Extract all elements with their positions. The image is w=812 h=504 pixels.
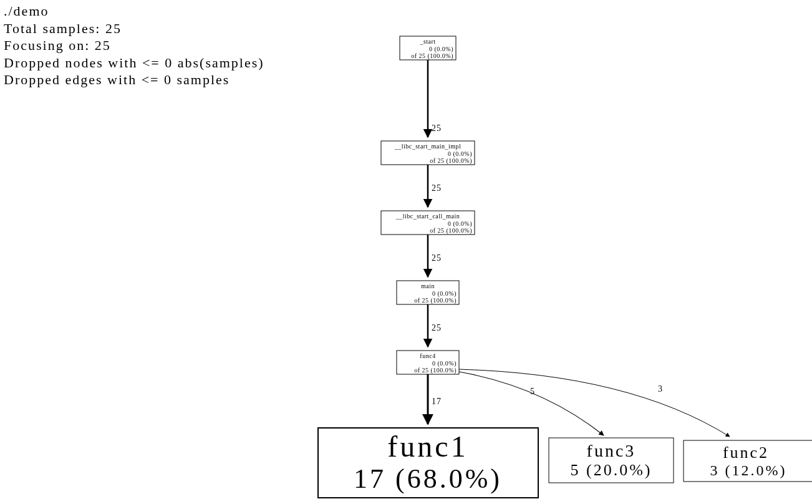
node-func3-stat: 5 (20.0%) bbox=[571, 461, 652, 479]
edge-label-6: 5 bbox=[530, 387, 535, 396]
node-func2-stat: 3 (12.0%) bbox=[710, 462, 787, 478]
edge-func4-func3 bbox=[459, 372, 604, 435]
node-main-name: main bbox=[421, 283, 435, 289]
edge-func4-func2 bbox=[459, 369, 730, 437]
edge-label-7: 3 bbox=[658, 384, 663, 394]
node-func4-name: func4 bbox=[420, 352, 435, 359]
call-graph: _start 0 (0.0%) of 25 (100.0%) 25 __libc… bbox=[0, 0, 812, 504]
node-func4: func4 0 (0.0%) of 25 (100.0%) bbox=[397, 351, 459, 374]
node-func3-name: func3 bbox=[587, 441, 636, 460]
edge-label-5: 17 bbox=[432, 397, 442, 406]
node-libc1-name: __libc_start_main_impl bbox=[394, 143, 462, 150]
edge-label-4: 25 bbox=[432, 323, 442, 332]
node-func4-cum: of 25 (100.0%) bbox=[414, 367, 457, 374]
node-start: _start 0 (0.0%) of 25 (100.0%) bbox=[400, 36, 456, 60]
node-libc2-name: __libc_start_call_main bbox=[395, 213, 460, 220]
node-main-cum: of 25 (100.0%) bbox=[414, 297, 457, 304]
node-func3: func3 5 (20.0%) bbox=[549, 438, 674, 483]
node-main: main 0 (0.0%) of 25 (100.0%) bbox=[397, 281, 459, 304]
node-start-cum: of 25 (100.0%) bbox=[411, 52, 453, 60]
node-libc1-cum: of 25 (100.0%) bbox=[430, 157, 472, 165]
node-func2-name: func2 bbox=[723, 443, 769, 462]
edge-label-2: 25 bbox=[432, 183, 442, 193]
node-func1-stat: 17 (68.0%) bbox=[354, 463, 502, 494]
node-func2: func2 3 (12.0%) bbox=[684, 440, 812, 482]
node-libc-start-call-main: __libc_start_call_main 0 (0.0%) of 25 (1… bbox=[381, 211, 475, 235]
node-func1: func1 17 (68.0%) bbox=[318, 428, 538, 498]
node-libc-start-main-impl: __libc_start_main_impl 0 (0.0%) of 25 (1… bbox=[381, 141, 475, 165]
edge-label-1: 25 bbox=[432, 124, 442, 133]
node-func1-name: func1 bbox=[387, 430, 468, 463]
node-libc2-cum: of 25 (100.0%) bbox=[430, 227, 472, 235]
edge-label-3: 25 bbox=[432, 253, 442, 263]
node-start-name: _start bbox=[419, 38, 435, 45]
